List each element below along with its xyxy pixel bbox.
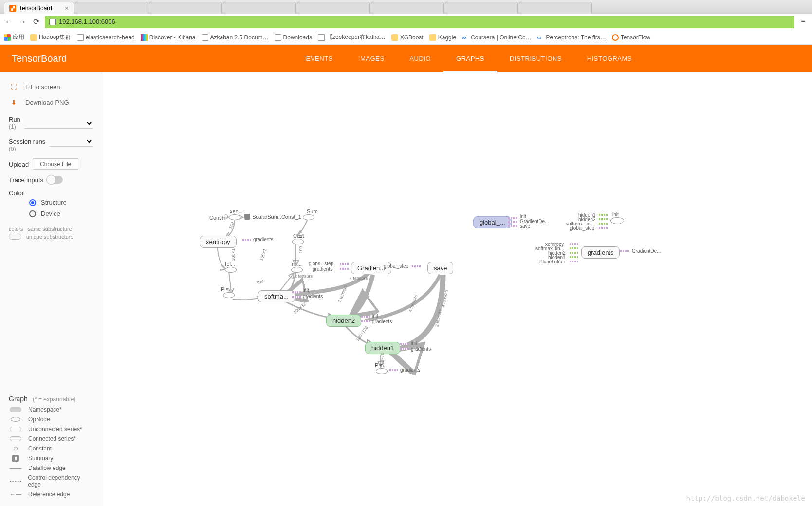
tab-distributions[interactable]: DISTRIBUTIONS [497, 45, 574, 72]
apps-icon [4, 34, 11, 41]
two-tensors-label: 2 tensors [337, 284, 348, 303]
browser-tab-active[interactable]: ▞ TensorBoard × [4, 2, 74, 14]
folder-icon [429, 34, 436, 41]
bookmark-item[interactable]: Downloads [275, 34, 312, 41]
global-node[interactable]: global_... [473, 216, 512, 228]
download-icon: ⬇ [9, 97, 18, 107]
page-icon [49, 19, 56, 25]
trace-toggle[interactable] [47, 176, 63, 184]
const-op[interactable] [224, 214, 228, 218]
gradientde-out-label: GradientDe... [632, 248, 661, 254]
session-select[interactable] [49, 136, 93, 147]
color-device-radio[interactable]: Device [29, 210, 93, 217]
globalstep-in-label: global_step [570, 225, 594, 231]
port-icon [340, 268, 349, 270]
sum-op[interactable] [303, 214, 314, 220]
save-node[interactable]: save [427, 262, 453, 274]
tensorboard-favicon: ▞ [9, 5, 16, 12]
choose-file-button[interactable]: Choose File [33, 158, 78, 170]
sum-label: Sum [307, 208, 318, 214]
edge-label: 100×32 [292, 301, 307, 315]
port-icon [389, 369, 398, 371]
bookmark-item[interactable]: Hadoop集群 [30, 33, 71, 41]
tab-images[interactable]: IMAGES [346, 45, 397, 72]
bookmark-item[interactable]: TensorFlow [612, 34, 650, 41]
browser-tab-inactive[interactable] [519, 2, 592, 14]
browser-tab-inactive[interactable] [371, 2, 444, 14]
menu-icon[interactable]: ≡ [798, 17, 808, 27]
pla-op[interactable] [223, 292, 235, 298]
kibana-icon [141, 34, 148, 41]
gradients-node[interactable]: gradients [581, 246, 620, 259]
tab-histograms[interactable]: HISTOGRAMS [574, 45, 645, 72]
bookmark-item[interactable]: ∞Coursera | Online Co… [462, 34, 532, 41]
folder-icon [30, 34, 37, 41]
save-label: save [520, 224, 530, 229]
page-icon [202, 34, 208, 41]
url-text: 192.168.1.100:6006 [59, 18, 115, 25]
browser-tab-inactive[interactable] [149, 2, 222, 14]
scalarsum-label: ScalarSum..Const_1 [252, 214, 301, 220]
bookmarks-bar: 应用 Hadoop集群 elasticsearch-head Discover … [0, 30, 812, 45]
bookmark-item[interactable]: ∞Perceptrons: The firs… [537, 34, 606, 41]
radio-checked-icon [29, 199, 36, 206]
summary-icon[interactable] [244, 214, 250, 220]
bookmark-item[interactable]: Discover - Kibana [141, 34, 196, 41]
back-icon[interactable]: ← [4, 17, 14, 27]
bookmark-item[interactable]: XGBoost [391, 34, 424, 41]
download-png-button[interactable]: ⬇ Download PNG [9, 94, 93, 110]
url-bar[interactable]: 192.168.1.100:6006 [45, 16, 794, 28]
radio-icon [29, 210, 36, 217]
browser-tab-inactive[interactable] [75, 2, 148, 14]
tol-op[interactable] [225, 267, 237, 273]
int-label: InT... [290, 261, 302, 267]
softmax-node[interactable]: softma... [258, 290, 295, 302]
bookmark-item[interactable]: Kaggle [429, 34, 456, 41]
cast-label: Cast [293, 233, 304, 239]
xentropy-node[interactable]: xentropy [200, 236, 237, 248]
hidden2-node[interactable]: hidden2 [326, 315, 361, 327]
reload-icon[interactable]: ⟳ [31, 17, 41, 27]
forward-icon[interactable]: → [18, 17, 27, 27]
xen-op[interactable] [229, 214, 240, 220]
const-label: Const [209, 215, 223, 221]
bookmark-item[interactable]: Azkaban 2.5 Docum… [202, 34, 269, 41]
edge-label: 100 [298, 246, 303, 253]
bookmark-item[interactable]: 【zookeeper在kafka… [318, 33, 386, 41]
swatch-icon [9, 234, 21, 240]
tensorboard-nav: EVENTS IMAGES AUDIO GRAPHS DISTRIBUTIONS… [294, 45, 645, 72]
port-icon [242, 239, 251, 241]
colors-label: colors [9, 226, 23, 232]
init-label: init [411, 340, 417, 346]
gradients-label: gradients [372, 319, 392, 324]
pls-op[interactable] [376, 368, 388, 374]
fit-to-screen-button[interactable]: ⛶ Fit to screen [9, 79, 93, 94]
gradients-label: gradients [411, 346, 431, 352]
tab-events[interactable]: EVENTS [294, 45, 346, 72]
close-icon[interactable]: × [65, 4, 69, 12]
browser-tab-strip: ▞ TensorBoard × [0, 0, 812, 14]
init-op[interactable] [610, 217, 624, 224]
apps-button[interactable]: 应用 [4, 33, 24, 41]
port-icon [508, 221, 517, 223]
bookmark-item[interactable]: elasticsearch-head [77, 34, 135, 41]
tab-audio[interactable]: AUDIO [397, 45, 443, 72]
int-op[interactable] [291, 267, 303, 273]
port-icon [361, 320, 370, 322]
global-step-out: global_step [384, 263, 408, 269]
port-icon [508, 225, 517, 227]
tab-graphs[interactable]: GRAPHS [443, 45, 497, 72]
port-icon [620, 250, 629, 252]
browser-tab-inactive[interactable] [445, 2, 518, 14]
port-icon [292, 296, 301, 298]
port-icon [570, 243, 578, 245]
legend-summary: ▮Summary [9, 453, 93, 463]
browser-tab-inactive[interactable] [223, 2, 296, 14]
graph-canvas[interactable]: Const xen... ScalarSum..Const_1 Sum Cast… [102, 72, 812, 506]
legend-note: (* = expandable) [33, 396, 75, 403]
run-select[interactable] [24, 118, 93, 129]
edge-label: 100×128 [355, 325, 369, 342]
color-structure-radio[interactable]: Structure [29, 199, 93, 206]
cast-op[interactable] [292, 239, 304, 244]
browser-tab-inactive[interactable] [297, 2, 370, 14]
